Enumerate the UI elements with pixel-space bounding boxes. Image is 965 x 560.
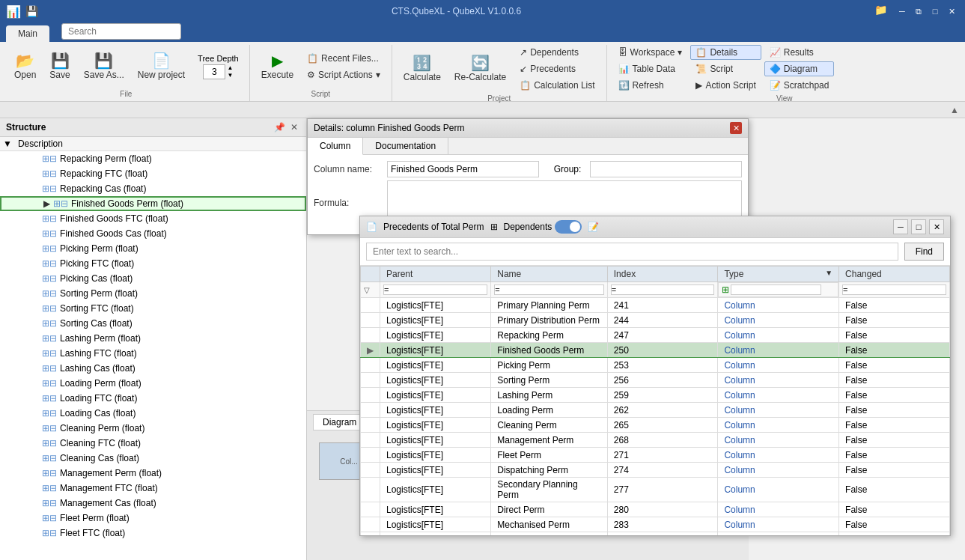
filter-parent-cell[interactable] — [380, 282, 491, 298]
table-row[interactable]: Logistics[FTE] Cleaning Perm 265 Column … — [361, 418, 950, 433]
refresh-button[interactable]: 🔃 Refresh — [613, 78, 688, 93]
results-button[interactable]: 📈 Results — [764, 45, 835, 60]
panel-pin-button[interactable]: 📌 — [273, 121, 285, 133]
save-as-button[interactable]: 💾 Save As... — [79, 49, 130, 84]
tree-item[interactable]: ⊞⊟Loading Cas (float) — [0, 406, 306, 421]
filter-type-cell[interactable]: ⊞ — [718, 282, 838, 297]
table-row[interactable]: Logistics[FTE] Loading Perm 262 Column F… — [361, 403, 950, 418]
dependents-button[interactable]: ↗ Dependents — [514, 45, 600, 60]
script-actions-button[interactable]: ⚙ Script Actions ▾ — [302, 67, 386, 82]
tree-item[interactable]: ⊞⊟Cleaning FTC (float) — [0, 436, 306, 451]
filter-index-cell[interactable] — [607, 282, 718, 298]
recalculate-button[interactable]: 🔄 Re-Calculate — [449, 52, 511, 86]
execute-button[interactable]: ▶ Execute — [256, 49, 299, 84]
column-name-input[interactable] — [387, 161, 539, 177]
table-row[interactable]: Logistics[FTE] Lashing Perm 259 Column F… — [361, 388, 950, 403]
tree-item[interactable]: ⊞⊟Lashing FTC (float) — [0, 346, 306, 361]
recent-files-button[interactable]: 📋 Recent Files... — [302, 51, 386, 66]
ribbon-collapse-bar[interactable]: ▲ — [0, 102, 965, 118]
table-row[interactable]: Logistics[FTE] Direct Perm 280 Column Fa… — [361, 502, 950, 517]
minimize-button[interactable]: ─ — [895, 4, 910, 19]
tree-item[interactable]: ⊞⊟Management Cas (float) — [0, 496, 306, 511]
tree-item[interactable]: ⊞⊟Management FTC (float) — [0, 481, 306, 496]
action-script-button[interactable]: ▶ Action Script — [690, 78, 761, 93]
tab-column[interactable]: Column — [308, 138, 363, 155]
maximize-button[interactable]: □ — [928, 4, 943, 19]
table-data-button[interactable]: 📊 Table Data — [613, 61, 688, 76]
tree-item[interactable]: ⊞⊟Cleaning Cas (float) — [0, 451, 306, 466]
new-project-button[interactable]: 📄 New project — [133, 49, 190, 84]
open-button[interactable]: 📂 Open — [9, 49, 41, 84]
tree-depth-stepper[interactable]: ▲ ▼ — [203, 64, 233, 79]
table-row[interactable]: ▶ Logistics[FTE] Finished Goods Perm 250… — [361, 343, 950, 358]
table-row[interactable]: Logistics[FTE] Moffat Perm 286 Column Fa… — [361, 532, 950, 536]
quick-access-save[interactable]: 💾 — [25, 5, 38, 17]
tree-item[interactable]: ⊞⊟Loading Perm (float) — [0, 376, 306, 391]
table-row[interactable]: Logistics[FTE] Sorting Perm 256 Column F… — [361, 373, 950, 388]
tree-item[interactable]: ⊞⊟Finished Goods FTC (float) — [0, 211, 306, 226]
group-input[interactable] — [590, 161, 742, 177]
tree-item[interactable]: ⊞⊟Repacking FTC (float) — [0, 166, 306, 181]
panel-close-button[interactable]: ✕ — [288, 121, 300, 133]
filter-changed-cell[interactable] — [839, 282, 950, 298]
filter-name-cell[interactable] — [491, 282, 608, 298]
details-button[interactable]: 📋 Details — [690, 45, 761, 60]
calculate-button[interactable]: 🔢 Calculate — [398, 52, 446, 86]
tree-item[interactable]: ⊞⊟Repacking Perm (float) — [0, 151, 306, 166]
type-header[interactable]: Type ▼ — [718, 267, 839, 282]
filter-type-input[interactable] — [731, 284, 821, 295]
table-row[interactable]: Logistics[FTE] Management Perm 268 Colum… — [361, 433, 950, 448]
index-header[interactable]: Index — [607, 267, 718, 282]
precedents-button[interactable]: ↙ Precedents — [514, 61, 600, 76]
tree-item[interactable]: ⊞⊟Sorting FTC (float) — [0, 301, 306, 316]
table-row[interactable]: Logistics[FTE] Primary Distribution Perm… — [361, 313, 950, 328]
prec-search-input[interactable] — [366, 243, 898, 261]
tree-depth-up[interactable]: ▲ — [227, 64, 233, 72]
tree-item[interactable]: ⊞⊟Cleaning Perm (float) — [0, 421, 306, 436]
filter-name-input[interactable] — [494, 284, 604, 295]
close-button[interactable]: ✕ — [944, 4, 959, 19]
tree-item[interactable]: ⊞⊟Picking Cas (float) — [0, 271, 306, 286]
name-header[interactable]: Name — [491, 267, 608, 282]
filter-parent-input[interactable] — [383, 284, 487, 295]
save-button[interactable]: 💾 Save — [44, 49, 75, 84]
dependents-toggle[interactable] — [555, 220, 582, 234]
tree-item[interactable]: ⊞⊟Picking FTC (float) — [0, 256, 306, 271]
tree-item[interactable]: ⊞⊟Sorting Perm (float) — [0, 286, 306, 301]
filter-changed-input[interactable] — [842, 284, 946, 295]
tree-item[interactable]: ⊞⊟Fleet Perm (float) — [0, 511, 306, 526]
search-input[interactable] — [61, 23, 181, 40]
changed-header[interactable]: Changed — [839, 267, 950, 282]
table-row[interactable]: Logistics[FTE] Mechanised Perm 283 Colum… — [361, 517, 950, 532]
diagram-tab[interactable]: Diagram — [313, 414, 366, 430]
tree-item[interactable]: ▶⊞⊟Finished Goods Perm (float) — [0, 196, 306, 211]
parent-header[interactable]: Parent — [380, 267, 491, 282]
filter-dropdown-icon[interactable]: ▼ — [825, 269, 832, 277]
table-row[interactable]: Logistics[FTE] Picking Perm 253 Column F… — [361, 358, 950, 373]
diagram-button[interactable]: 🔷 Diagram — [764, 61, 835, 76]
table-row[interactable]: Logistics[FTE] Dispatching Perm 274 Colu… — [361, 463, 950, 478]
workspace-button[interactable]: 🗄 Workspace ▾ — [613, 45, 688, 60]
tree-item[interactable]: ⊞⊟Lashing Perm (float) — [0, 331, 306, 346]
details-dialog-close[interactable]: ✕ — [730, 122, 742, 134]
filter-icon[interactable]: ▼ — [3, 139, 12, 149]
calc-list-button[interactable]: 📋 Calculation List — [514, 78, 600, 93]
tab-main[interactable]: Main — [6, 25, 49, 42]
restore-button[interactable]: ⧉ — [911, 4, 926, 19]
table-row[interactable]: Logistics[FTE] Secondary Planning Perm 2… — [361, 478, 950, 502]
table-row[interactable]: Logistics[FTE] Repacking Perm 247 Column… — [361, 328, 950, 343]
tree-depth-arrows[interactable]: ▲ ▼ — [227, 64, 233, 79]
script-button[interactable]: 📜 Script — [690, 61, 761, 76]
tree-item[interactable]: ⊞⊟Fleet FTC (float) — [0, 526, 306, 541]
tree-item[interactable]: ⊞⊟Management Perm (float) — [0, 466, 306, 481]
find-button[interactable]: Find — [904, 243, 944, 261]
tree-item[interactable]: ⊞⊟Sorting Cas (float) — [0, 316, 306, 331]
prec-minimize-btn[interactable]: ─ — [893, 219, 908, 234]
tree-depth-input[interactable] — [203, 64, 225, 79]
table-row[interactable]: Logistics[FTE] Primary Planning Perm 241… — [361, 298, 950, 313]
tree-content[interactable]: ⊞⊟Repacking Perm (float)⊞⊟Repacking FTC … — [0, 151, 306, 560]
tree-depth-down[interactable]: ▼ — [227, 72, 233, 79]
collapse-icon[interactable]: ▲ — [950, 105, 959, 115]
filter-index-input[interactable] — [611, 284, 715, 295]
precedents-table-scroll[interactable]: Parent Name Index Type ▼ Changed — [360, 266, 950, 535]
